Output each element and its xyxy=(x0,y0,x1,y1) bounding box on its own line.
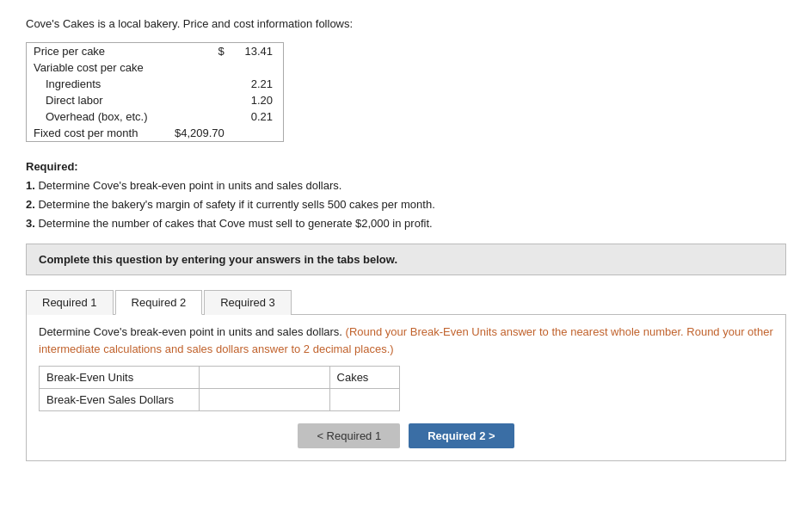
req-2-num: 2. xyxy=(26,198,35,211)
prev-button[interactable]: < Required 1 xyxy=(298,423,400,448)
ingredients-value: 2.21 xyxy=(235,76,284,92)
direct-labor-value: 1.20 xyxy=(235,92,284,108)
tabs-row: Required 1 Required 2 Required 3 xyxy=(26,289,786,315)
nav-buttons: < Required 1 Required 2 > xyxy=(39,423,773,448)
ingredients-label: Ingredients xyxy=(27,76,163,92)
tab-required-3-label: Required 3 xyxy=(220,296,275,309)
price-value: 13.41 xyxy=(235,43,284,60)
overhead-label: Overhead (box, etc.) xyxy=(27,108,163,125)
req-3-num: 3. xyxy=(26,217,35,230)
break-even-sales-unit xyxy=(329,389,399,411)
break-even-units-unit: Cakes xyxy=(329,367,399,389)
table-row: Direct labor 1.20 xyxy=(27,92,284,108)
required-section: Required: 1. Determine Cove's break-even… xyxy=(26,157,786,233)
variable-cost-label: Variable cost per cake xyxy=(27,59,163,76)
tab-required-2-label: Required 2 xyxy=(132,296,187,309)
answer-table: Break-Even Units Cakes Break-Even Sales … xyxy=(39,366,400,411)
table-row: Variable cost per cake xyxy=(27,59,284,76)
tab-required-1[interactable]: Required 1 xyxy=(26,290,114,315)
tab-required-2[interactable]: Required 2 xyxy=(115,290,203,315)
req-1-text: Determine Cove's break-even point in uni… xyxy=(38,179,341,192)
tab-required-1-label: Required 1 xyxy=(42,296,97,309)
table-row: Overhead (box, etc.) 0.21 xyxy=(27,108,284,125)
instructions: Determine Cove's break-even point in uni… xyxy=(39,324,773,357)
fixed-cost-label: Fixed cost per month xyxy=(27,125,163,142)
req-2-text: Determine the bakery's margin of safety … xyxy=(38,198,434,211)
complete-box: Complete this question by entering your … xyxy=(26,244,786,275)
prev-button-label: < Required 1 xyxy=(317,429,381,442)
next-button[interactable]: Required 2 > xyxy=(409,423,514,448)
complete-box-text: Complete this question by entering your … xyxy=(39,253,397,266)
break-even-sales-cell[interactable] xyxy=(200,389,329,411)
break-even-units-input[interactable] xyxy=(206,371,322,384)
price-label: Price per cake xyxy=(27,43,163,60)
table-row: Price per cake $ 13.41 xyxy=(27,43,284,60)
table-row: Break-Even Units Cakes xyxy=(40,367,400,389)
direct-labor-label: Direct labor xyxy=(27,92,163,108)
required-title: Required: xyxy=(26,160,78,173)
req-1-num: 1. xyxy=(26,179,35,192)
tab-required-3[interactable]: Required 3 xyxy=(204,290,292,315)
overhead-value: 0.21 xyxy=(235,108,284,125)
tab-content: Determine Cove's break-even point in uni… xyxy=(26,315,786,461)
break-even-sales-input[interactable] xyxy=(206,393,322,406)
fixed-cost-dollar: $4,209.70 xyxy=(163,125,235,142)
instructions-normal: Determine Cove's break-even point in uni… xyxy=(39,325,342,338)
break-even-units-cell[interactable] xyxy=(200,367,329,389)
table-row: Fixed cost per month $4,209.70 xyxy=(27,125,284,142)
table-row: Break-Even Sales Dollars xyxy=(40,389,400,411)
break-even-units-label: Break-Even Units xyxy=(40,367,200,389)
break-even-sales-label: Break-Even Sales Dollars xyxy=(40,389,200,411)
info-table: Price per cake $ 13.41 Variable cost per… xyxy=(26,42,284,142)
price-dollar: $ xyxy=(163,43,235,60)
intro-text: Cove's Cakes is a local bakery. Price an… xyxy=(26,17,786,30)
req-3-text: Determine the number of cakes that Cove … xyxy=(38,217,432,230)
table-row: Ingredients 2.21 xyxy=(27,76,284,92)
next-button-label: Required 2 > xyxy=(428,429,495,442)
